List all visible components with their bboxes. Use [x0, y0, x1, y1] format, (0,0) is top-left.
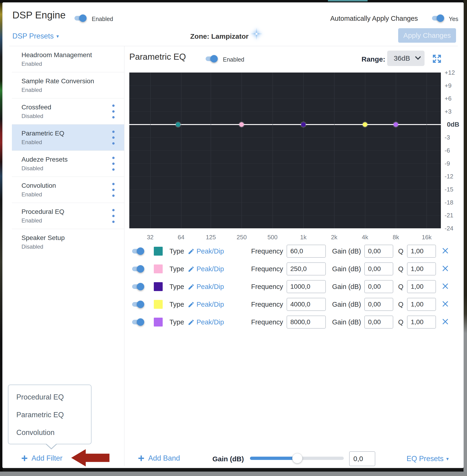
sidebar-item-headroom-management[interactable]: Headroom Management Enabled — [12, 46, 124, 72]
add-filter-button[interactable]: Add Filter — [21, 454, 63, 463]
master-gain-slider[interactable] — [250, 453, 344, 464]
x-axis-tick-label: 1k — [300, 234, 306, 241]
eq-band-handle[interactable] — [239, 122, 244, 127]
add-filter-menu-item-convolution[interactable]: Convolution — [8, 424, 91, 441]
band-enable-toggle[interactable] — [132, 301, 147, 308]
band-enable-toggle[interactable] — [132, 247, 147, 255]
edit-pencil-icon[interactable] — [188, 319, 195, 327]
frequency-input[interactable] — [286, 298, 326, 311]
fullscreen-icon[interactable] — [431, 53, 442, 64]
apply-changes-button[interactable]: Apply Changes — [398, 28, 456, 43]
gain-input[interactable] — [364, 280, 393, 293]
kebab-menu-icon[interactable] — [109, 131, 118, 145]
kebab-menu-icon[interactable] — [109, 104, 118, 118]
band-frequency-label: Frequency — [241, 318, 283, 326]
band-q-label: Q — [398, 248, 403, 255]
eq-presets-dropdown[interactable]: EQ Presets▼ — [407, 454, 450, 463]
band-enable-toggle[interactable] — [132, 265, 147, 273]
gridline-horizontal — [129, 163, 441, 164]
x-axis-tick-label: 500 — [267, 234, 277, 241]
auto-apply-toggle[interactable] — [432, 14, 447, 22]
eq-band-row: Type Peak/Dip Frequency Gain (dB) Q — [129, 313, 456, 331]
sidebar-item-procedural-eq[interactable]: Procedural EQ Enabled — [12, 203, 124, 229]
frequency-input[interactable] — [286, 245, 326, 258]
remove-band-icon[interactable] — [442, 301, 449, 308]
band-type-value-link[interactable]: Peak/Dip — [196, 301, 224, 308]
sidebar-item-title: Procedural EQ — [22, 208, 65, 215]
y-axis-tick-label: 0dB — [447, 121, 459, 128]
range-dropdown[interactable]: 36dB — [387, 50, 425, 66]
y-axis-tick-label: +9 — [445, 82, 452, 89]
eq-band-handle[interactable] — [393, 122, 398, 127]
frequency-input[interactable] — [286, 315, 326, 329]
q-input[interactable] — [407, 298, 436, 311]
gridline-horizontal — [129, 176, 441, 176]
q-input[interactable] — [407, 280, 436, 293]
eq-band-handle[interactable] — [301, 122, 306, 127]
band-gain-label: Gain (dB) — [325, 265, 361, 273]
edit-pencil-icon[interactable] — [188, 283, 195, 291]
remove-band-icon[interactable] — [442, 248, 449, 255]
gridline-horizontal — [129, 86, 441, 86]
eq-panel-title: Parametric EQ — [129, 52, 186, 62]
remove-band-icon[interactable] — [442, 265, 449, 273]
band-enable-toggle[interactable] — [132, 283, 147, 291]
slider-fill — [250, 457, 297, 460]
edit-pencil-icon[interactable] — [188, 301, 195, 309]
gain-input[interactable] — [364, 298, 393, 311]
kebab-menu-icon[interactable] — [109, 209, 118, 223]
sidebar-item-speaker-setup[interactable]: Speaker Setup Disabled — [12, 229, 124, 255]
remove-band-icon[interactable] — [442, 318, 449, 326]
kebab-menu-icon[interactable] — [109, 157, 118, 171]
edit-pencil-icon[interactable] — [188, 248, 195, 256]
add-band-button[interactable]: Add Band — [137, 454, 180, 463]
dsp-engine-toggle[interactable] — [75, 14, 89, 22]
parametric-eq-toggle[interactable] — [206, 55, 221, 63]
dsp-presets-dropdown[interactable]: DSP Presets▼ — [12, 32, 60, 40]
edit-pencil-icon[interactable] — [188, 266, 195, 274]
frequency-input[interactable] — [286, 262, 326, 276]
x-axis-tick-label: 2k — [331, 234, 337, 241]
band-type-value-link[interactable]: Peak/Dip — [196, 318, 224, 326]
band-q-label: Q — [398, 283, 403, 291]
toggle-knob — [137, 318, 144, 326]
q-input[interactable] — [407, 262, 436, 276]
eq-band-handle[interactable] — [363, 122, 367, 127]
gain-input[interactable] — [364, 245, 393, 258]
master-gain-input[interactable] — [349, 451, 375, 466]
band-type-value-link[interactable]: Peak/Dip — [196, 283, 224, 291]
frequency-input[interactable] — [286, 280, 326, 293]
eq-graph[interactable] — [129, 73, 441, 228]
sidebar-item-status: Enabled — [22, 217, 42, 224]
background-top-accent — [328, 0, 368, 1]
band-type-value-link[interactable]: Peak/Dip — [196, 265, 224, 273]
add-filter-menu-item-procedural-eq[interactable]: Procedural EQ — [8, 388, 91, 406]
kebab-menu-icon[interactable] — [109, 183, 118, 197]
band-type-label: Type — [169, 283, 184, 291]
sidebar-item-crossfeed[interactable]: Crossfeed Disabled — [12, 99, 124, 125]
plus-icon — [21, 454, 28, 462]
q-input[interactable] — [407, 245, 436, 258]
band-color-swatch — [154, 247, 163, 256]
gain-input[interactable] — [364, 315, 393, 329]
y-axis-tick-label: -15 — [445, 186, 454, 193]
page-title: DSP Engine — [12, 10, 65, 21]
slider-knob[interactable] — [292, 453, 302, 463]
y-axis-tick-label: -18 — [445, 199, 454, 206]
sidebar-item-audeze-presets[interactable]: Audeze Presets Disabled — [12, 151, 124, 177]
eq-band-handle[interactable] — [176, 122, 181, 127]
band-type-value-link[interactable]: Peak/Dip — [196, 248, 224, 255]
band-gain-label: Gain (dB) — [325, 283, 361, 291]
gain-input[interactable] — [364, 262, 393, 276]
add-filter-menu-item-parametric-eq[interactable]: Parametric EQ — [8, 406, 91, 424]
sidebar-item-convolution[interactable]: Convolution Enabled — [12, 177, 124, 203]
q-input[interactable] — [407, 315, 436, 329]
sidebar-item-title: Convolution — [22, 182, 56, 189]
sidebar-item-status: Disabled — [22, 113, 43, 119]
sidebar-item-sample-rate-conversion[interactable]: Sample Rate Conversion Enabled — [12, 72, 124, 99]
sidebar-item-title: Headroom Management — [22, 51, 92, 59]
remove-band-icon[interactable] — [442, 283, 449, 290]
eq-band-row: Type Peak/Dip Frequency Gain (dB) Q — [129, 296, 456, 313]
band-enable-toggle[interactable] — [132, 318, 147, 326]
sidebar-item-parametric-eq[interactable]: Parametric EQ Enabled — [12, 125, 124, 151]
